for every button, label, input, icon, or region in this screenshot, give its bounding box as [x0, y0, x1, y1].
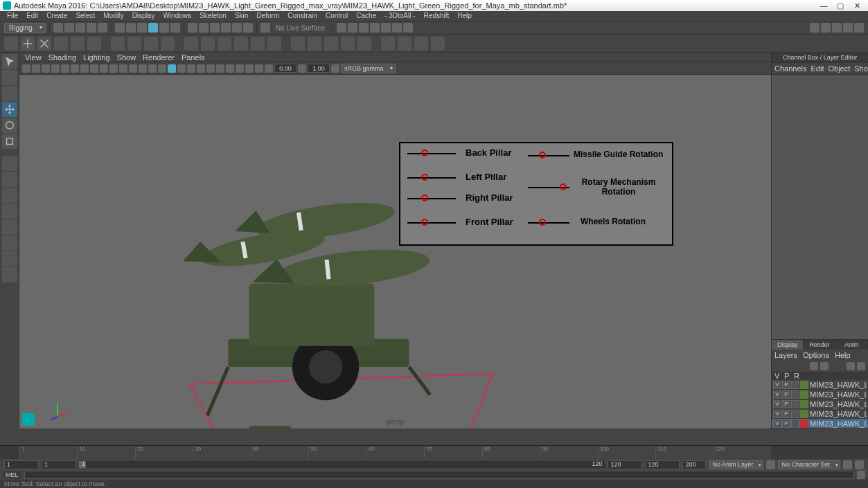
layer-color-swatch[interactable]	[800, 400, 808, 408]
layer-new-empty-icon[interactable]	[847, 362, 855, 370]
layer-vis-toggle[interactable]: V	[773, 419, 781, 428]
layer-vis-toggle[interactable]: V	[773, 400, 781, 408]
menu-edit[interactable]: Edit	[22, 11, 42, 21]
safe-action-icon[interactable]	[129, 64, 137, 73]
gamma-icon[interactable]	[298, 64, 306, 73]
shelf-tool-15[interactable]	[267, 37, 281, 51]
range-slider[interactable]: 1 120	[79, 461, 605, 468]
shelf-tool-23[interactable]	[414, 37, 428, 51]
tab-anim[interactable]: Anim	[836, 340, 868, 350]
panel-menu-lighting[interactable]: Lighting	[83, 53, 110, 62]
open-scene-icon[interactable]	[64, 23, 74, 33]
layer-ref-toggle[interactable]	[791, 410, 799, 418]
toggle-a-icon[interactable]	[810, 23, 820, 33]
grease-pencil-icon[interactable]	[71, 64, 79, 73]
menu-deform[interactable]: Deform	[252, 11, 283, 21]
field-chart-icon[interactable]	[119, 64, 127, 73]
layer-ref-toggle[interactable]	[791, 381, 799, 389]
render-ipr-icon[interactable]	[359, 23, 369, 33]
live-surface-icon[interactable]	[260, 23, 270, 33]
panel-menu-renderer[interactable]: Renderer	[143, 53, 175, 62]
shelf-tool-3[interactable]	[54, 37, 68, 51]
exposure-icon[interactable]	[265, 64, 273, 73]
layer-ref-toggle[interactable]	[791, 419, 799, 428]
ao-icon[interactable]	[197, 64, 205, 73]
snap-point-icon[interactable]	[210, 23, 220, 33]
layer-playback-toggle[interactable]: P	[782, 419, 790, 428]
menu-windows[interactable]: Windows	[159, 11, 195, 21]
panel-menu-shading[interactable]: Shading	[48, 53, 76, 62]
construction-history-icon[interactable]	[337, 23, 346, 33]
scale-tool[interactable]	[2, 134, 17, 149]
layer-row[interactable]: VPMIM23_HAWK_Light_G	[772, 419, 868, 428]
resolution-gate-icon[interactable]	[100, 64, 108, 73]
command-input[interactable]	[24, 471, 854, 479]
light-editor-icon[interactable]	[403, 23, 413, 33]
menu-display[interactable]: Display	[128, 11, 159, 21]
menu-select[interactable]: Select	[71, 11, 99, 21]
menu-skin[interactable]: Skin	[231, 11, 252, 21]
layer-menu-options[interactable]: Options	[803, 351, 829, 359]
shelf-tool-21[interactable]	[381, 37, 395, 51]
shelf-tool-5[interactable]	[87, 37, 101, 51]
panel-menu-view[interactable]: View	[25, 53, 42, 62]
snap-grid-icon[interactable]	[188, 23, 197, 33]
select-object-icon[interactable]	[115, 23, 125, 33]
menu-redshift[interactable]: Redshift	[420, 11, 454, 21]
script-editor-icon[interactable]	[857, 471, 865, 479]
lasso-tool[interactable]	[2, 70, 17, 85]
layout-outliner-icon[interactable]	[2, 235, 17, 251]
range-end-outer[interactable]	[645, 460, 680, 469]
channel-menu-object[interactable]: Object	[828, 64, 850, 73]
image-plane-icon[interactable]	[51, 64, 60, 73]
panel-menu-show[interactable]: Show	[117, 53, 136, 62]
select-edge-icon[interactable]	[137, 23, 147, 33]
script-lang-toggle[interactable]: MEL	[3, 471, 21, 478]
time-slider[interactable]: 1102030405060708090100110120	[0, 445, 868, 459]
textured-icon[interactable]	[168, 64, 176, 73]
layer-color-swatch[interactable]	[800, 410, 808, 418]
minimize-button[interactable]: —	[815, 1, 832, 10]
layout-single-icon[interactable]	[2, 156, 17, 171]
shelf-tool-6[interactable]	[111, 37, 125, 51]
wireframe-icon[interactable]	[148, 64, 157, 73]
layer-color-swatch[interactable]	[800, 419, 808, 428]
channel-menu-show[interactable]: Show	[854, 64, 868, 73]
menu-control[interactable]: Control	[321, 11, 352, 21]
anim-layer-icon[interactable]	[766, 460, 775, 469]
gamma-field[interactable]	[308, 64, 330, 73]
layout-four-icon[interactable]	[2, 172, 17, 187]
menu-skeleton[interactable]: Skeleton	[195, 11, 231, 21]
shelf-tool-11[interactable]	[201, 37, 215, 51]
workspace-dropdown[interactable]: Rigging	[4, 23, 46, 33]
camera-select-icon[interactable]	[22, 64, 30, 73]
xray-joints-icon[interactable]	[255, 64, 263, 73]
snap-live-icon[interactable]	[243, 23, 253, 33]
shelf-tool-24[interactable]	[431, 37, 445, 51]
range-start-inner[interactable]	[42, 460, 76, 469]
undo-icon[interactable]	[87, 23, 96, 33]
character-set-dropdown[interactable]: No Character Set	[778, 460, 840, 469]
shelf-tab-icon[interactable]	[4, 37, 18, 51]
safe-title-icon[interactable]	[139, 64, 147, 73]
motion-blur-icon[interactable]	[206, 64, 215, 73]
close-button[interactable]: ✕	[849, 1, 865, 10]
layer-menu-help[interactable]: Help	[835, 351, 851, 359]
layer-color-swatch[interactable]	[800, 390, 808, 399]
shelf-tool-2[interactable]	[37, 37, 51, 51]
menu-modify[interactable]: Modify	[99, 11, 127, 21]
menu-cache[interactable]: Cache	[352, 11, 380, 21]
shelf-tool-12[interactable]	[218, 37, 231, 51]
layer-ref-toggle[interactable]	[791, 400, 799, 408]
shelf-tool-22[interactable]	[398, 37, 411, 51]
view-transform-icon[interactable]	[331, 64, 339, 73]
menu-constrain[interactable]: Constrain	[283, 11, 321, 21]
layer-row[interactable]: VPMIM23_HAWK_Light_G	[772, 390, 868, 399]
snap-curve-icon[interactable]	[199, 23, 209, 33]
layout-two-v-icon[interactable]	[2, 204, 17, 219]
tab-render[interactable]: Render	[804, 340, 835, 350]
move-tool[interactable]	[2, 102, 17, 117]
range-end-inner[interactable]	[608, 460, 642, 469]
layer-playback-toggle[interactable]: P	[782, 400, 790, 408]
2d-pan-icon[interactable]	[61, 64, 69, 73]
